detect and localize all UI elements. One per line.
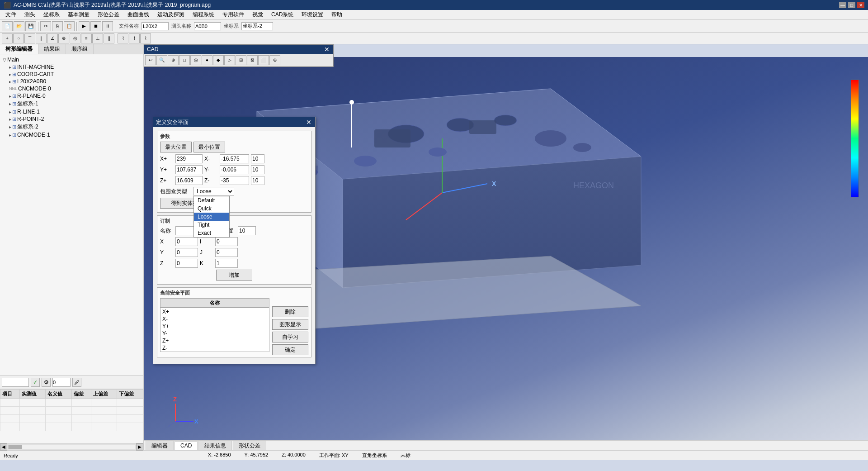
order-offset-input[interactable] xyxy=(238,226,256,235)
plane-xminus[interactable]: X- xyxy=(160,315,269,323)
yextra-input[interactable] xyxy=(251,165,264,174)
cad-tb-4[interactable]: □ xyxy=(179,55,190,65)
toolbar-copy[interactable]: ⎘ xyxy=(52,21,63,31)
close-button[interactable]: ✕ xyxy=(857,2,864,8)
menu-item-曲面曲线[interactable]: 曲面曲线 xyxy=(124,10,153,19)
dropdown-quick[interactable]: Quick xyxy=(194,205,229,213)
tree-item-9[interactable]: ▸ ⊞ CNCMODE-1 xyxy=(2,131,142,138)
plane-zplus[interactable]: Z+ xyxy=(160,337,269,344)
xplus-input[interactable] xyxy=(175,154,203,163)
plane-xplus[interactable]: X+ xyxy=(160,308,269,315)
tree-item-4[interactable]: ▸ ⊞ R-PLANE-0 xyxy=(2,92,142,100)
cad-tb-5[interactable]: ◎ xyxy=(190,55,201,65)
xminus-input[interactable] xyxy=(220,154,249,163)
menu-item-CAD系统[interactable]: CAD系统 xyxy=(268,10,297,19)
tree-root[interactable]: ▽ Main xyxy=(2,56,142,63)
dropdown-exact[interactable]: Exact xyxy=(194,229,229,237)
tree-item-7[interactable]: ▸ ⊞ R-POINT-2 xyxy=(2,115,142,123)
graphic-btn[interactable]: 图形显示 xyxy=(272,319,308,330)
menu-item-基本测量[interactable]: 基本测量 xyxy=(64,10,93,19)
scroll-track[interactable] xyxy=(8,445,135,449)
vp-tab-tolerance[interactable]: 形状公差 xyxy=(233,441,266,451)
zplus-input[interactable] xyxy=(175,176,203,185)
tb2-12[interactable]: ⌇ xyxy=(129,33,140,43)
tb2-9[interactable]: ⊥ xyxy=(92,33,103,43)
plane-zminus[interactable]: Z- xyxy=(160,344,269,352)
menu-item-视觉[interactable]: 视觉 xyxy=(249,10,267,19)
cad-tb-11[interactable]: ⬜ xyxy=(258,55,269,65)
toolbar-stop[interactable]: ⏹ xyxy=(90,21,101,31)
menu-item-运动及探测[interactable]: 运动及探测 xyxy=(154,10,188,19)
tb2-7[interactable]: ◎ xyxy=(70,33,80,43)
order-k-input[interactable] xyxy=(215,259,238,268)
order-i-input[interactable] xyxy=(215,237,238,246)
cad-tb-12[interactable]: ⊕ xyxy=(269,55,280,65)
vp-tab-cad[interactable]: CAD xyxy=(175,441,198,450)
tree-item-6[interactable]: ▸ ⊞ R-LINE-1 xyxy=(2,108,142,115)
order-j-input[interactable] xyxy=(215,248,238,257)
cad-tb-1[interactable]: ↩ xyxy=(145,55,156,65)
cad-tb-3[interactable]: ⊕ xyxy=(168,55,179,65)
dropdown-loose[interactable]: Loose xyxy=(194,213,229,221)
cad-tb-9[interactable]: ⊞ xyxy=(236,55,246,65)
min-pos-btn[interactable]: 最小位置 xyxy=(193,142,225,152)
tree-item-0[interactable]: ▸ ⊞ INIT-MACHINE xyxy=(2,63,142,71)
tb2-1[interactable]: + xyxy=(2,33,13,43)
plane-yminus[interactable]: Y- xyxy=(160,330,269,337)
tab-tree-editor[interactable]: 树形编辑器 xyxy=(0,44,38,54)
minimize-button[interactable]: — xyxy=(839,2,846,8)
yminus-input[interactable] xyxy=(220,165,249,174)
toolbar-pause[interactable]: ⏸ xyxy=(102,21,113,31)
toolbar-run[interactable]: ▶ xyxy=(79,21,90,31)
order-y-input[interactable] xyxy=(175,248,198,257)
bottom-gear-btn[interactable]: ⚙ xyxy=(42,378,51,387)
toolbar-cut[interactable]: ✂ xyxy=(40,21,51,31)
tree-item-1[interactable]: ▸ ⊞ COORD-CART xyxy=(2,71,142,78)
box-type-select[interactable]: Default Quick Loose Tight Exact xyxy=(193,187,234,196)
toolbar-open[interactable]: 📂 xyxy=(14,21,24,31)
cad-tb-10[interactable]: ⊠ xyxy=(247,55,258,65)
tb2-11[interactable]: ⌇ xyxy=(118,33,128,43)
menu-item-形位公差[interactable]: 形位公差 xyxy=(94,10,123,19)
menu-item-专用软件[interactable]: 专用软件 xyxy=(219,10,248,19)
order-z-input[interactable] xyxy=(175,259,198,268)
coord-name-input[interactable] xyxy=(241,22,273,30)
zextra-input[interactable] xyxy=(251,176,264,185)
file-name-input[interactable] xyxy=(142,22,169,30)
menu-item-测头[interactable]: 测头 xyxy=(21,10,39,19)
tb2-2[interactable]: ○ xyxy=(13,33,24,43)
tb2-4[interactable]: ∥ xyxy=(36,33,47,43)
scroll-right[interactable]: ▶ xyxy=(136,443,143,451)
bottom-search[interactable] xyxy=(2,378,29,387)
probe-name-input[interactable] xyxy=(194,22,221,30)
menu-item-环境设置[interactable]: 环境设置 xyxy=(298,10,327,19)
dropdown-tight[interactable]: Tight xyxy=(194,221,229,229)
delete-btn[interactable]: 删除 xyxy=(272,306,308,317)
confirm-btn[interactable]: 确定 xyxy=(272,344,308,355)
toolbar-save[interactable]: 💾 xyxy=(25,21,36,31)
tab-sequence[interactable]: 顺序组 xyxy=(66,44,94,54)
add-btn[interactable]: 增加 xyxy=(216,270,252,281)
bottom-check-btn[interactable]: ✓ xyxy=(31,378,40,387)
learn-btn[interactable]: 自学习 xyxy=(272,332,308,343)
plane-yplus[interactable]: Y+ xyxy=(160,323,269,330)
tb2-6[interactable]: ⊕ xyxy=(58,33,69,43)
vp-tab-editor[interactable]: 编辑器 xyxy=(146,441,174,451)
cad-close-btn[interactable]: ✕ xyxy=(323,46,330,52)
tree-item-2[interactable]: ▸ ⊞ L20X2A0B0 xyxy=(2,78,142,85)
tree-item-3[interactable]: NNL CNCMODE-0 xyxy=(2,85,142,92)
cad-tb-8[interactable]: ▷ xyxy=(224,55,235,65)
menu-item-编程系统[interactable]: 编程系统 xyxy=(189,10,218,19)
tree-item-5[interactable]: ▸ ⊞ 坐标系-1 xyxy=(2,100,142,108)
scroll-left[interactable]: ◀ xyxy=(0,443,7,451)
cad-tb-6[interactable]: ● xyxy=(202,55,212,65)
tb2-8[interactable]: ≡ xyxy=(81,33,92,43)
maximize-button[interactable]: □ xyxy=(848,2,855,8)
vp-tab-results[interactable]: 结果信息 xyxy=(198,441,232,451)
cad-tb-7[interactable]: ◆ xyxy=(213,55,224,65)
max-pos-btn[interactable]: 最大位置 xyxy=(160,142,192,152)
toolbar-paste[interactable]: 📋 xyxy=(64,21,75,31)
bottom-num-input[interactable] xyxy=(52,378,71,387)
cad-tb-2[interactable]: 🔍 xyxy=(156,55,167,65)
yplus-input[interactable] xyxy=(175,165,203,174)
